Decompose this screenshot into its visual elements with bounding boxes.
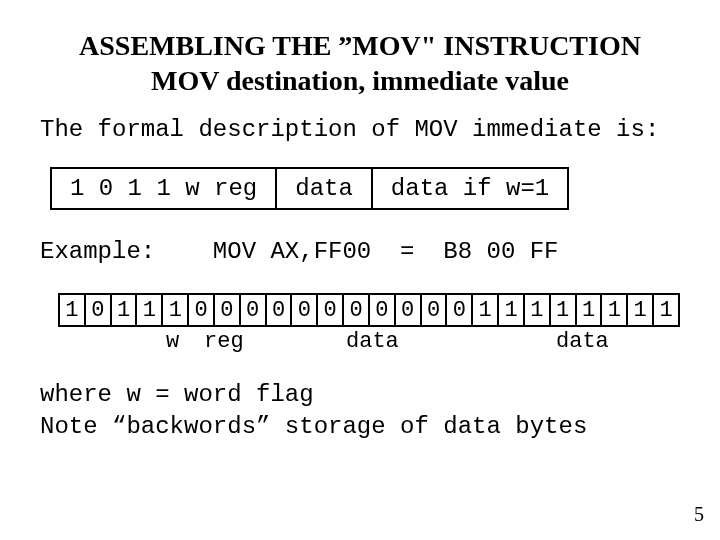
bit-cell: 0 [266, 294, 292, 326]
page-number: 5 [694, 503, 704, 526]
bits-labels: w reg data data [58, 327, 680, 353]
bit-cell: 1 [498, 294, 524, 326]
bit-cell: 1 [653, 294, 679, 326]
format-cell-data-w: data if w=1 [372, 168, 568, 209]
bit-cell: 1 [576, 294, 602, 326]
bit-cell: 0 [85, 294, 111, 326]
label-data: data [556, 329, 609, 354]
table-row: 1 0 1 1 1 0 0 0 0 0 0 0 0 0 0 0 1 1 1 1 [59, 294, 679, 326]
example-line: Example: MOV AX,FF00 = B8 00 FF [40, 238, 680, 265]
label-reg: reg [204, 329, 244, 354]
bits-diagram: 1 0 1 1 1 0 0 0 0 0 0 0 0 0 0 0 1 1 1 1 [58, 293, 680, 353]
bit-cell: 1 [524, 294, 550, 326]
format-cell-opcode: 1 0 1 1 w reg [51, 168, 276, 209]
bit-cell: 0 [369, 294, 395, 326]
title-line-1: ASSEMBLING THE ”MOV" INSTRUCTION [79, 30, 641, 61]
bit-cell: 0 [343, 294, 369, 326]
bit-cell: 1 [550, 294, 576, 326]
bit-cell: 0 [395, 294, 421, 326]
format-cell-data: data [276, 168, 372, 209]
bit-cell: 0 [291, 294, 317, 326]
label-data: data [346, 329, 399, 354]
table-row: 1 0 1 1 w reg data data if w=1 [51, 168, 568, 209]
format-table: 1 0 1 1 w reg data data if w=1 [50, 167, 569, 210]
label-w: w [166, 329, 179, 354]
slide-title: ASSEMBLING THE ”MOV" INSTRUCTION MOV des… [40, 28, 680, 98]
bit-cell: 0 [188, 294, 214, 326]
intro-text: The formal description of MOV immediate … [40, 116, 680, 143]
bit-cell: 1 [472, 294, 498, 326]
bit-cell: 1 [601, 294, 627, 326]
notes-line-1: where w = word flag [40, 381, 314, 408]
slide: ASSEMBLING THE ”MOV" INSTRUCTION MOV des… [0, 0, 720, 540]
bit-cell: 0 [317, 294, 343, 326]
title-line-2: MOV destination, immediate value [151, 65, 569, 96]
notes: where w = word flag Note “backwords” sto… [40, 379, 680, 444]
bits-table: 1 0 1 1 1 0 0 0 0 0 0 0 0 0 0 0 1 1 1 1 [58, 293, 680, 327]
bit-cell: 1 [162, 294, 188, 326]
bit-cell: 0 [421, 294, 447, 326]
bit-cell: 0 [240, 294, 266, 326]
bit-cell: 1 [59, 294, 85, 326]
bit-cell: 0 [446, 294, 472, 326]
notes-line-2: Note “backwords” storage of data bytes [40, 413, 587, 440]
bit-cell: 1 [627, 294, 653, 326]
bit-cell: 1 [136, 294, 162, 326]
bit-cell: 0 [214, 294, 240, 326]
bit-cell: 1 [111, 294, 137, 326]
